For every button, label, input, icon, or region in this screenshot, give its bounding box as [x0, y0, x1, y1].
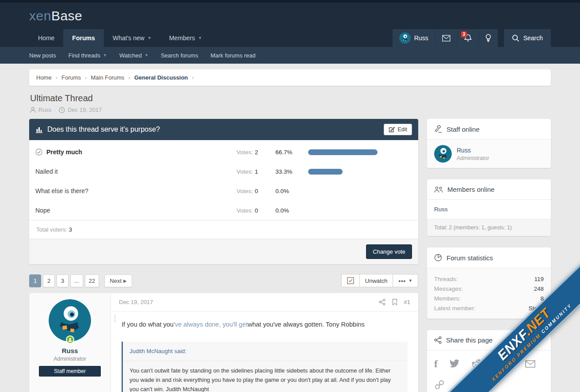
- voted-check-icon: [35, 148, 42, 156]
- poll-option-row: Pretty much Votes: 2 66.7%: [35, 142, 412, 162]
- online-member-name[interactable]: Russ: [434, 206, 448, 213]
- unwatch-button[interactable]: Unwatch: [360, 274, 393, 287]
- share-this-page-title: Share this page: [446, 336, 492, 344]
- tab-home[interactable]: Home: [29, 29, 63, 47]
- facebook-icon[interactable]: f: [434, 358, 438, 369]
- avatar[interactable]: [434, 145, 452, 163]
- thread-more-menu-button[interactable]: •••▼: [393, 274, 418, 287]
- page-title: Ultimate Thread: [30, 93, 550, 103]
- quote-attribution[interactable]: Judith McNaught said:: [123, 342, 408, 362]
- bookmark-icon[interactable]: [392, 299, 397, 305]
- poll-percent: 66.7%: [275, 149, 308, 156]
- twitter-icon[interactable]: [449, 358, 460, 369]
- poll-option-row: Nailed it Votes: 1 33.3%: [35, 162, 412, 181]
- subnav-mark-forums-read[interactable]: Mark forums read: [210, 52, 256, 59]
- theme-toggle-button[interactable]: [478, 29, 498, 47]
- poll-result-bar: [308, 149, 378, 155]
- staff-online-block: Staff online Russ Administrator: [427, 119, 551, 168]
- lightbulb-icon: [485, 34, 491, 42]
- copy-link-icon[interactable]: [434, 380, 445, 390]
- inbox-button[interactable]: [435, 29, 457, 47]
- poll-vote-count: 0: [255, 188, 258, 194]
- members-online-block: Members online Russ Total: 2 (members: 1…: [427, 179, 551, 236]
- post-number-link[interactable]: #1: [404, 299, 410, 305]
- poll-vote-count: 2: [255, 149, 258, 156]
- poll-vote-count: 0: [255, 207, 258, 214]
- page-button-22[interactable]: 22: [85, 274, 99, 287]
- post-content: If you do what you've always done, you'l…: [111, 312, 418, 392]
- tab-members[interactable]: Members▼: [160, 29, 211, 47]
- page-button-3[interactable]: 3: [57, 274, 69, 287]
- envelope-icon: [442, 35, 450, 42]
- members-icon: [434, 186, 443, 193]
- forum-subnav: New posts Find threads▼ Watched▼ Search …: [0, 47, 580, 64]
- tab-whats-new[interactable]: What's new▼: [104, 29, 160, 47]
- post-author-title: Administrator: [53, 356, 86, 362]
- breadcrumb-home[interactable]: Home: [36, 74, 61, 81]
- breadcrumb-main-forums[interactable]: Main Forums: [91, 74, 134, 81]
- chevron-down-icon: ▼: [145, 53, 149, 57]
- alerts-button[interactable]: 3: [457, 29, 478, 47]
- site-header: xenBase Home Forums What's new▼ Members▼…: [0, 0, 580, 47]
- pagination: 1 2 3 ... 22 Next▶: [29, 274, 132, 287]
- gavel-icon: [434, 125, 442, 133]
- subnav-new-posts[interactable]: New posts: [29, 52, 56, 59]
- next-arrow-icon: ▶: [123, 278, 127, 283]
- page-button-1[interactable]: 1: [29, 274, 41, 287]
- post-author-name[interactable]: Russ: [62, 347, 78, 354]
- page-ellipsis[interactable]: ...: [70, 274, 83, 287]
- quote-text: You can't outwit fate by standing on the…: [123, 361, 408, 392]
- poll-result-bar: [308, 169, 343, 175]
- subnav-watched[interactable]: Watched▼: [119, 52, 149, 59]
- share-nodes-icon: [434, 336, 442, 344]
- stat-row-messages: Messages:248: [434, 284, 544, 293]
- logo-part-1: xen: [29, 8, 51, 23]
- poll-vote-count: 1: [255, 168, 258, 175]
- subnav-search-forums[interactable]: Search forums: [161, 52, 198, 59]
- poll-option-row: What else is there? Votes: 0 0.0%: [35, 181, 412, 201]
- tab-forums[interactable]: Forums: [63, 29, 103, 47]
- post-date[interactable]: Dec 19, 2017: [119, 299, 153, 305]
- main-nav: Home Forums What's new▼ Members▼: [29, 29, 211, 47]
- stat-row-threads: Threads:119: [434, 274, 544, 284]
- members-online-total: Total: 2 (members: 1, guests: 1): [427, 219, 551, 236]
- chevron-down-icon: ▼: [103, 53, 107, 57]
- page-button-2[interactable]: 2: [43, 274, 55, 287]
- chevron-down-icon: ▼: [198, 36, 202, 40]
- select-posts-button[interactable]: [341, 274, 360, 287]
- poll-percent: 33.3%: [275, 168, 308, 175]
- email-icon[interactable]: [525, 358, 535, 369]
- poll-option-row: Nope Votes: 0 0.0%: [35, 201, 412, 220]
- chevron-down-icon: ▼: [148, 36, 152, 40]
- breadcrumb-forums[interactable]: Forums: [61, 74, 91, 81]
- breadcrumb: Home Forums Main Forums General Discussi…: [29, 69, 551, 86]
- poll-title: Does this thread serve it's purpose?: [47, 126, 160, 133]
- site-logo[interactable]: xenBase: [29, 8, 82, 23]
- poll-chart-icon: [35, 126, 43, 133]
- staff-user-role: Administrator: [457, 155, 489, 161]
- post-item: Russ Administrator Staff member Dec 19, …: [29, 293, 418, 392]
- forum-statistics-title: Forum statistics: [446, 254, 493, 262]
- poll-edit-button[interactable]: Edit: [384, 124, 412, 135]
- next-page-button[interactable]: Next▶: [104, 274, 132, 287]
- inline-link[interactable]: 've always done, you'll get: [174, 321, 248, 328]
- user-name: Russ: [414, 34, 428, 42]
- breadcrumb-general-discussion[interactable]: General Discussion: [134, 74, 198, 81]
- online-person-icon: [68, 338, 72, 342]
- account-menu[interactable]: Russ: [393, 29, 435, 47]
- logo-part-2: Base: [51, 8, 82, 23]
- staff-online-user: Russ Administrator: [427, 140, 551, 168]
- share-icon[interactable]: [379, 299, 385, 305]
- quote-block: Judith McNaught said: You can't outwit f…: [122, 342, 408, 392]
- thread-date[interactable]: Dec 19, 2017: [68, 107, 102, 113]
- members-online-title: Members online: [447, 186, 495, 193]
- thread-author[interactable]: Russ: [38, 107, 52, 113]
- staff-user-name[interactable]: Russ: [457, 147, 489, 154]
- subnav-find-threads[interactable]: Find threads▼: [69, 52, 107, 59]
- search-icon: [512, 34, 519, 42]
- search-button[interactable]: Search: [504, 29, 551, 47]
- clock-icon: [59, 107, 65, 113]
- stat-row-latest-member: Latest member:Steve: [434, 303, 544, 313]
- change-vote-button[interactable]: Change vote: [366, 244, 412, 259]
- chevron-down-icon: ▼: [408, 278, 412, 283]
